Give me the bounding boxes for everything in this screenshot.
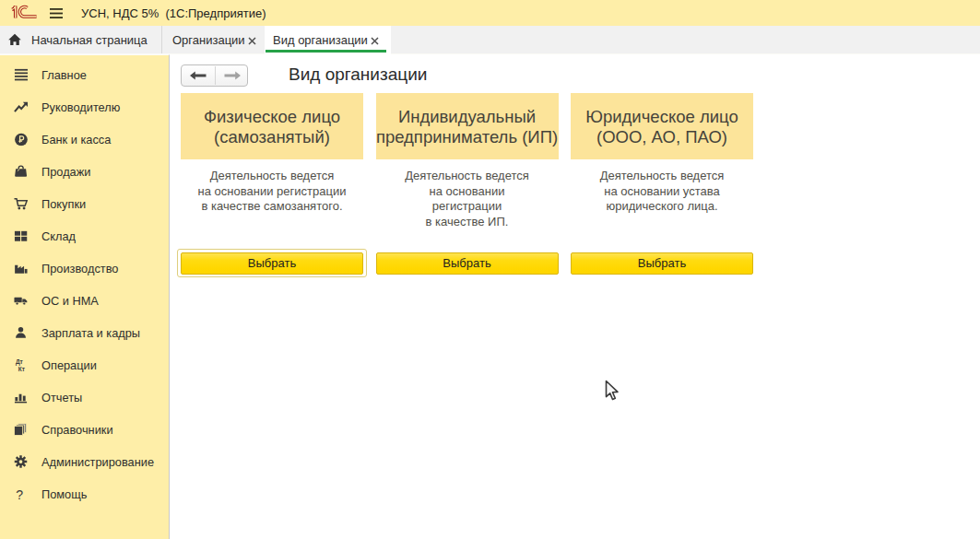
svg-text:Кт: Кт (18, 365, 26, 371)
svg-text:?: ? (16, 486, 23, 500)
